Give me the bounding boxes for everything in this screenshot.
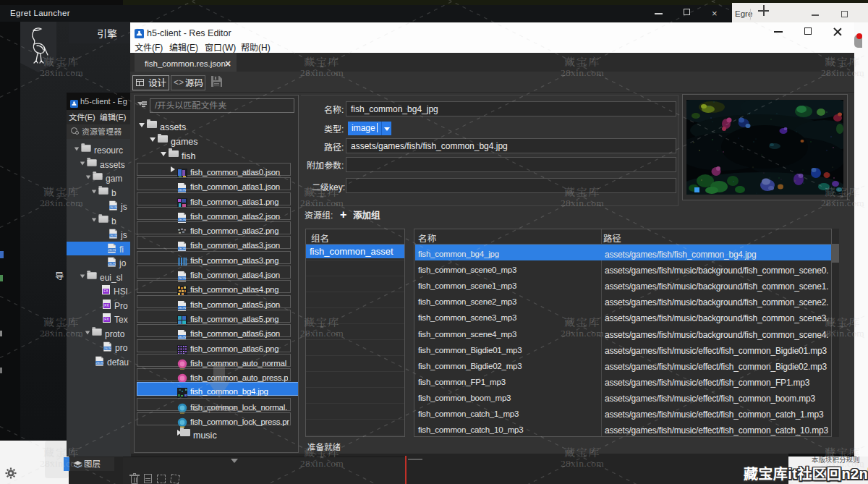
svg-text:JSON: JSON (109, 234, 117, 237)
svg-text:JSON: JSON (95, 361, 103, 365)
svg-text:JSON: JSON (108, 262, 116, 266)
svg-text:JSON: JSON (103, 347, 111, 350)
svg-text:JSON: JSON (109, 205, 117, 209)
svg-text:JSON: JSON (108, 248, 116, 252)
